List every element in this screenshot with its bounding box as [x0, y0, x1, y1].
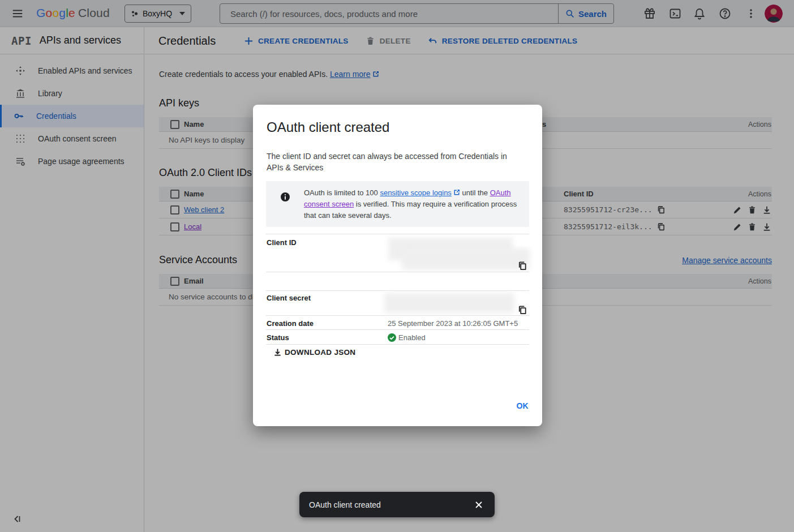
redacted-client-id	[513, 250, 529, 258]
dialog-description: The client ID and secret can always be a…	[267, 151, 521, 173]
status-enabled-check-icon	[388, 333, 396, 342]
copy-client-id-icon[interactable]	[518, 261, 527, 271]
notice-text: OAuth is limited to 100 sensitive scope …	[304, 181, 518, 227]
status-value: Enabled	[398, 333, 426, 342]
toast-message: OAuth client created	[299, 500, 474, 509]
creation-date-label: Creation date	[267, 319, 314, 328]
redacted-client-secret	[384, 293, 514, 313]
copy-client-secret-icon[interactable]	[518, 305, 527, 315]
download-icon	[273, 348, 282, 357]
redacted-client-id	[402, 249, 529, 270]
notice-pre: OAuth is limited to 100	[304, 188, 380, 197]
toast-snackbar: OAuth client created	[299, 492, 495, 517]
dialog-title: OAuth client created	[267, 119, 389, 135]
oauth-client-created-dialog: OAuth client created The client ID and s…	[253, 105, 542, 426]
status-label: Status	[267, 333, 289, 342]
sensitive-scope-logins-link[interactable]: sensitive scope logins	[380, 188, 451, 197]
ok-button[interactable]: OK	[516, 401, 529, 410]
download-json-label: DOWNLOAD JSON	[285, 348, 355, 357]
close-icon[interactable]	[474, 500, 483, 509]
client-secret-label: Client secret	[267, 294, 311, 302]
info-icon	[280, 192, 290, 202]
notice-mid: until the	[460, 188, 490, 197]
download-json-button[interactable]: DOWNLOAD JSON	[273, 348, 355, 357]
notice-banner: OAuth is limited to 100 sensitive scope …	[266, 181, 529, 227]
external-link-icon	[453, 189, 460, 196]
client-id-label: Client ID	[267, 238, 297, 247]
creation-date-value: 25 September 2023 at 10:26:05 GMT+5	[388, 319, 518, 328]
